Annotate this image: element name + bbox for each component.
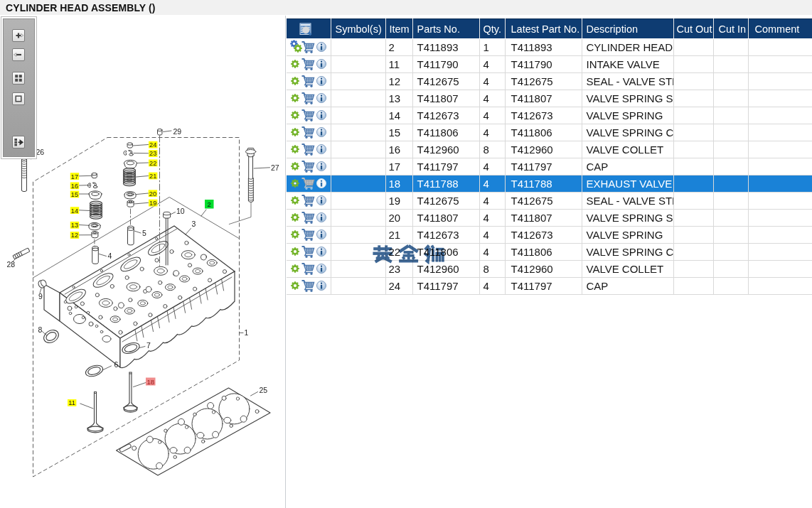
- svg-text:28: 28: [7, 260, 16, 269]
- svg-text:29: 29: [173, 127, 182, 136]
- svg-text:7: 7: [146, 341, 151, 350]
- svg-text:17: 17: [71, 173, 78, 180]
- svg-text:27: 27: [271, 163, 279, 172]
- svg-text:19: 19: [149, 200, 156, 207]
- svg-text:1: 1: [245, 328, 249, 337]
- svg-text:18: 18: [146, 378, 154, 386]
- svg-text:16: 16: [71, 183, 78, 190]
- svg-text:4: 4: [108, 252, 112, 260]
- svg-text:15: 15: [71, 191, 78, 198]
- svg-text:21: 21: [149, 173, 156, 180]
- svg-text:24: 24: [149, 141, 156, 148]
- svg-text:25: 25: [260, 386, 268, 394]
- svg-text:10: 10: [176, 207, 185, 215]
- svg-text:20: 20: [149, 190, 156, 198]
- svg-text:12: 12: [71, 232, 78, 239]
- svg-text:3: 3: [192, 220, 196, 228]
- svg-text:6: 6: [114, 360, 119, 369]
- svg-text:23: 23: [149, 150, 156, 157]
- svg-text:26: 26: [36, 148, 45, 156]
- svg-text:13: 13: [71, 222, 78, 229]
- svg-text:5: 5: [142, 229, 146, 237]
- svg-text:11: 11: [68, 399, 75, 406]
- svg-text:14: 14: [71, 207, 78, 215]
- svg-text:9: 9: [38, 292, 43, 301]
- svg-text:22: 22: [149, 160, 156, 167]
- svg-text:2: 2: [208, 200, 211, 208]
- svg-text:8: 8: [38, 325, 43, 334]
